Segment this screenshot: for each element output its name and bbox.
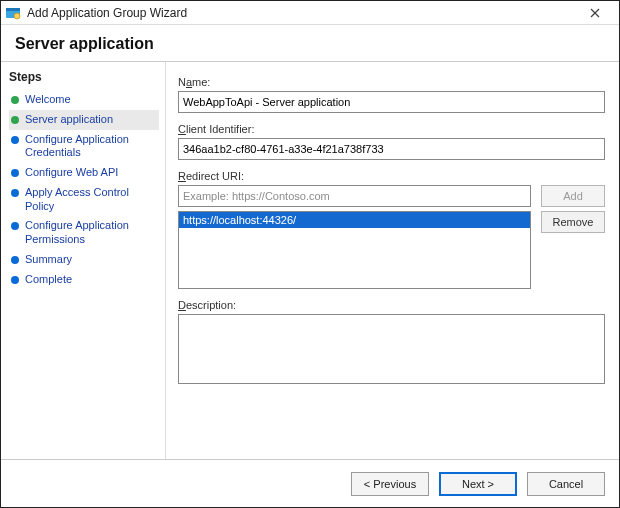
step-configure-credentials[interactable]: Configure Application Credentials bbox=[9, 130, 159, 164]
remove-button[interactable]: Remove bbox=[541, 211, 605, 233]
titlebar: Add Application Group Wizard bbox=[1, 1, 619, 25]
body: Steps Welcome Server application Configu… bbox=[1, 62, 619, 459]
name-field[interactable] bbox=[178, 91, 605, 113]
description-label: Description: bbox=[178, 299, 605, 311]
redirect-uri-label: Redirect URI: bbox=[178, 170, 605, 182]
bullet-icon bbox=[11, 256, 19, 264]
redirect-uri-list[interactable]: https://localhost:44326/ bbox=[178, 211, 531, 289]
step-server-application[interactable]: Server application bbox=[9, 110, 159, 130]
bullet-icon bbox=[11, 136, 19, 144]
steps-nav: Steps Welcome Server application Configu… bbox=[1, 62, 166, 459]
previous-button[interactable]: < Previous bbox=[351, 472, 429, 496]
client-id-label: Client Identifier: bbox=[178, 123, 605, 135]
svg-rect-1 bbox=[6, 8, 20, 11]
step-complete[interactable]: Complete bbox=[9, 270, 159, 290]
bullet-icon bbox=[11, 169, 19, 177]
window-title: Add Application Group Wizard bbox=[27, 6, 575, 20]
add-button[interactable]: Add bbox=[541, 185, 605, 207]
name-label: Name: bbox=[178, 76, 605, 88]
step-welcome[interactable]: Welcome bbox=[9, 90, 159, 110]
bullet-icon bbox=[11, 189, 19, 197]
bullet-icon bbox=[11, 276, 19, 284]
banner: Server application bbox=[1, 25, 619, 62]
bullet-icon bbox=[11, 116, 19, 124]
wizard-window: Add Application Group Wizard Server appl… bbox=[0, 0, 620, 508]
client-id-field[interactable] bbox=[178, 138, 605, 160]
step-summary[interactable]: Summary bbox=[9, 250, 159, 270]
next-button[interactable]: Next > bbox=[439, 472, 517, 496]
bullet-icon bbox=[11, 96, 19, 104]
close-button[interactable] bbox=[575, 2, 615, 24]
app-icon bbox=[5, 5, 21, 21]
bullet-icon bbox=[11, 222, 19, 230]
redirect-uri-field[interactable] bbox=[178, 185, 531, 207]
list-item[interactable]: https://localhost:44326/ bbox=[179, 212, 530, 228]
footer: < Previous Next > Cancel bbox=[1, 459, 619, 507]
cancel-button[interactable]: Cancel bbox=[527, 472, 605, 496]
steps-header: Steps bbox=[9, 70, 159, 84]
step-configure-web-api[interactable]: Configure Web API bbox=[9, 163, 159, 183]
step-configure-permissions[interactable]: Configure Application Permissions bbox=[9, 216, 159, 250]
svg-point-2 bbox=[14, 13, 20, 19]
step-access-control-policy[interactable]: Apply Access Control Policy bbox=[9, 183, 159, 217]
form-panel: Name: Client Identifier: Redirect URI: A… bbox=[166, 62, 619, 459]
description-field[interactable] bbox=[178, 314, 605, 384]
page-title: Server application bbox=[15, 35, 605, 53]
